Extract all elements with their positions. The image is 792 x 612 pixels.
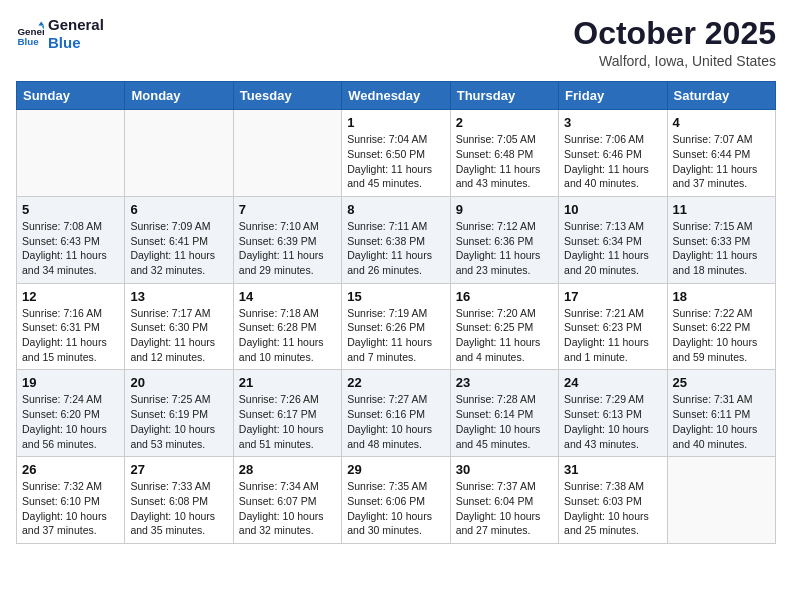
calendar-cell: 2Sunrise: 7:05 AM Sunset: 6:48 PM Daylig… bbox=[450, 110, 558, 197]
calendar-cell: 19Sunrise: 7:24 AM Sunset: 6:20 PM Dayli… bbox=[17, 370, 125, 457]
location-subtitle: Walford, Iowa, United States bbox=[573, 53, 776, 69]
day-number: 18 bbox=[673, 289, 770, 304]
day-info: Sunrise: 7:34 AM Sunset: 6:07 PM Dayligh… bbox=[239, 479, 336, 538]
day-info: Sunrise: 7:33 AM Sunset: 6:08 PM Dayligh… bbox=[130, 479, 227, 538]
day-info: Sunrise: 7:06 AM Sunset: 6:46 PM Dayligh… bbox=[564, 132, 661, 191]
calendar-cell: 28Sunrise: 7:34 AM Sunset: 6:07 PM Dayli… bbox=[233, 457, 341, 544]
day-number: 29 bbox=[347, 462, 444, 477]
day-number: 19 bbox=[22, 375, 119, 390]
day-info: Sunrise: 7:13 AM Sunset: 6:34 PM Dayligh… bbox=[564, 219, 661, 278]
day-info: Sunrise: 7:28 AM Sunset: 6:14 PM Dayligh… bbox=[456, 392, 553, 451]
day-info: Sunrise: 7:32 AM Sunset: 6:10 PM Dayligh… bbox=[22, 479, 119, 538]
calendar-cell: 21Sunrise: 7:26 AM Sunset: 6:17 PM Dayli… bbox=[233, 370, 341, 457]
logo-text-general: General bbox=[48, 16, 104, 33]
calendar-cell: 13Sunrise: 7:17 AM Sunset: 6:30 PM Dayli… bbox=[125, 283, 233, 370]
day-number: 8 bbox=[347, 202, 444, 217]
calendar-header-row: SundayMondayTuesdayWednesdayThursdayFrid… bbox=[17, 82, 776, 110]
calendar-cell: 17Sunrise: 7:21 AM Sunset: 6:23 PM Dayli… bbox=[559, 283, 667, 370]
day-number: 3 bbox=[564, 115, 661, 130]
day-info: Sunrise: 7:09 AM Sunset: 6:41 PM Dayligh… bbox=[130, 219, 227, 278]
calendar-cell: 10Sunrise: 7:13 AM Sunset: 6:34 PM Dayli… bbox=[559, 196, 667, 283]
day-number: 26 bbox=[22, 462, 119, 477]
calendar-cell: 7Sunrise: 7:10 AM Sunset: 6:39 PM Daylig… bbox=[233, 196, 341, 283]
day-info: Sunrise: 7:25 AM Sunset: 6:19 PM Dayligh… bbox=[130, 392, 227, 451]
day-info: Sunrise: 7:10 AM Sunset: 6:39 PM Dayligh… bbox=[239, 219, 336, 278]
day-info: Sunrise: 7:38 AM Sunset: 6:03 PM Dayligh… bbox=[564, 479, 661, 538]
day-info: Sunrise: 7:22 AM Sunset: 6:22 PM Dayligh… bbox=[673, 306, 770, 365]
calendar-cell: 16Sunrise: 7:20 AM Sunset: 6:25 PM Dayli… bbox=[450, 283, 558, 370]
calendar-cell: 4Sunrise: 7:07 AM Sunset: 6:44 PM Daylig… bbox=[667, 110, 775, 197]
weekday-header-thursday: Thursday bbox=[450, 82, 558, 110]
page-header: General Blue General Blue October 2025 W… bbox=[16, 16, 776, 69]
day-number: 2 bbox=[456, 115, 553, 130]
svg-text:Blue: Blue bbox=[17, 36, 39, 47]
calendar-cell bbox=[233, 110, 341, 197]
day-info: Sunrise: 7:16 AM Sunset: 6:31 PM Dayligh… bbox=[22, 306, 119, 365]
day-number: 5 bbox=[22, 202, 119, 217]
day-info: Sunrise: 7:21 AM Sunset: 6:23 PM Dayligh… bbox=[564, 306, 661, 365]
calendar-cell: 5Sunrise: 7:08 AM Sunset: 6:43 PM Daylig… bbox=[17, 196, 125, 283]
day-number: 7 bbox=[239, 202, 336, 217]
calendar-cell: 12Sunrise: 7:16 AM Sunset: 6:31 PM Dayli… bbox=[17, 283, 125, 370]
logo-text-blue: Blue bbox=[48, 34, 81, 51]
day-info: Sunrise: 7:20 AM Sunset: 6:25 PM Dayligh… bbox=[456, 306, 553, 365]
day-info: Sunrise: 7:18 AM Sunset: 6:28 PM Dayligh… bbox=[239, 306, 336, 365]
calendar-week-1: 1Sunrise: 7:04 AM Sunset: 6:50 PM Daylig… bbox=[17, 110, 776, 197]
day-info: Sunrise: 7:17 AM Sunset: 6:30 PM Dayligh… bbox=[130, 306, 227, 365]
calendar-week-5: 26Sunrise: 7:32 AM Sunset: 6:10 PM Dayli… bbox=[17, 457, 776, 544]
calendar-cell: 3Sunrise: 7:06 AM Sunset: 6:46 PM Daylig… bbox=[559, 110, 667, 197]
day-number: 25 bbox=[673, 375, 770, 390]
day-info: Sunrise: 7:24 AM Sunset: 6:20 PM Dayligh… bbox=[22, 392, 119, 451]
day-number: 1 bbox=[347, 115, 444, 130]
day-info: Sunrise: 7:19 AM Sunset: 6:26 PM Dayligh… bbox=[347, 306, 444, 365]
day-number: 28 bbox=[239, 462, 336, 477]
calendar-cell: 15Sunrise: 7:19 AM Sunset: 6:26 PM Dayli… bbox=[342, 283, 450, 370]
day-number: 20 bbox=[130, 375, 227, 390]
weekday-header-saturday: Saturday bbox=[667, 82, 775, 110]
calendar-cell bbox=[125, 110, 233, 197]
day-number: 16 bbox=[456, 289, 553, 304]
weekday-header-friday: Friday bbox=[559, 82, 667, 110]
calendar-cell: 8Sunrise: 7:11 AM Sunset: 6:38 PM Daylig… bbox=[342, 196, 450, 283]
calendar-cell: 30Sunrise: 7:37 AM Sunset: 6:04 PM Dayli… bbox=[450, 457, 558, 544]
day-number: 14 bbox=[239, 289, 336, 304]
calendar-cell: 23Sunrise: 7:28 AM Sunset: 6:14 PM Dayli… bbox=[450, 370, 558, 457]
day-number: 21 bbox=[239, 375, 336, 390]
calendar-cell: 6Sunrise: 7:09 AM Sunset: 6:41 PM Daylig… bbox=[125, 196, 233, 283]
calendar-cell: 1Sunrise: 7:04 AM Sunset: 6:50 PM Daylig… bbox=[342, 110, 450, 197]
calendar-cell bbox=[667, 457, 775, 544]
weekday-header-sunday: Sunday bbox=[17, 82, 125, 110]
day-number: 27 bbox=[130, 462, 227, 477]
day-number: 10 bbox=[564, 202, 661, 217]
day-number: 12 bbox=[22, 289, 119, 304]
calendar-week-4: 19Sunrise: 7:24 AM Sunset: 6:20 PM Dayli… bbox=[17, 370, 776, 457]
svg-marker-2 bbox=[38, 21, 44, 25]
day-info: Sunrise: 7:26 AM Sunset: 6:17 PM Dayligh… bbox=[239, 392, 336, 451]
day-info: Sunrise: 7:11 AM Sunset: 6:38 PM Dayligh… bbox=[347, 219, 444, 278]
calendar-week-3: 12Sunrise: 7:16 AM Sunset: 6:31 PM Dayli… bbox=[17, 283, 776, 370]
day-info: Sunrise: 7:05 AM Sunset: 6:48 PM Dayligh… bbox=[456, 132, 553, 191]
day-number: 13 bbox=[130, 289, 227, 304]
weekday-header-wednesday: Wednesday bbox=[342, 82, 450, 110]
calendar-cell: 20Sunrise: 7:25 AM Sunset: 6:19 PM Dayli… bbox=[125, 370, 233, 457]
weekday-header-tuesday: Tuesday bbox=[233, 82, 341, 110]
day-number: 23 bbox=[456, 375, 553, 390]
calendar-cell: 29Sunrise: 7:35 AM Sunset: 6:06 PM Dayli… bbox=[342, 457, 450, 544]
day-info: Sunrise: 7:15 AM Sunset: 6:33 PM Dayligh… bbox=[673, 219, 770, 278]
calendar-cell: 26Sunrise: 7:32 AM Sunset: 6:10 PM Dayli… bbox=[17, 457, 125, 544]
calendar-cell: 11Sunrise: 7:15 AM Sunset: 6:33 PM Dayli… bbox=[667, 196, 775, 283]
calendar-cell: 18Sunrise: 7:22 AM Sunset: 6:22 PM Dayli… bbox=[667, 283, 775, 370]
day-number: 30 bbox=[456, 462, 553, 477]
weekday-header-monday: Monday bbox=[125, 82, 233, 110]
day-number: 17 bbox=[564, 289, 661, 304]
day-info: Sunrise: 7:08 AM Sunset: 6:43 PM Dayligh… bbox=[22, 219, 119, 278]
day-info: Sunrise: 7:07 AM Sunset: 6:44 PM Dayligh… bbox=[673, 132, 770, 191]
calendar-table: SundayMondayTuesdayWednesdayThursdayFrid… bbox=[16, 81, 776, 544]
calendar-cell: 31Sunrise: 7:38 AM Sunset: 6:03 PM Dayli… bbox=[559, 457, 667, 544]
calendar-cell: 9Sunrise: 7:12 AM Sunset: 6:36 PM Daylig… bbox=[450, 196, 558, 283]
calendar-cell: 22Sunrise: 7:27 AM Sunset: 6:16 PM Dayli… bbox=[342, 370, 450, 457]
day-info: Sunrise: 7:31 AM Sunset: 6:11 PM Dayligh… bbox=[673, 392, 770, 451]
calendar-cell: 27Sunrise: 7:33 AM Sunset: 6:08 PM Dayli… bbox=[125, 457, 233, 544]
day-info: Sunrise: 7:27 AM Sunset: 6:16 PM Dayligh… bbox=[347, 392, 444, 451]
day-number: 11 bbox=[673, 202, 770, 217]
